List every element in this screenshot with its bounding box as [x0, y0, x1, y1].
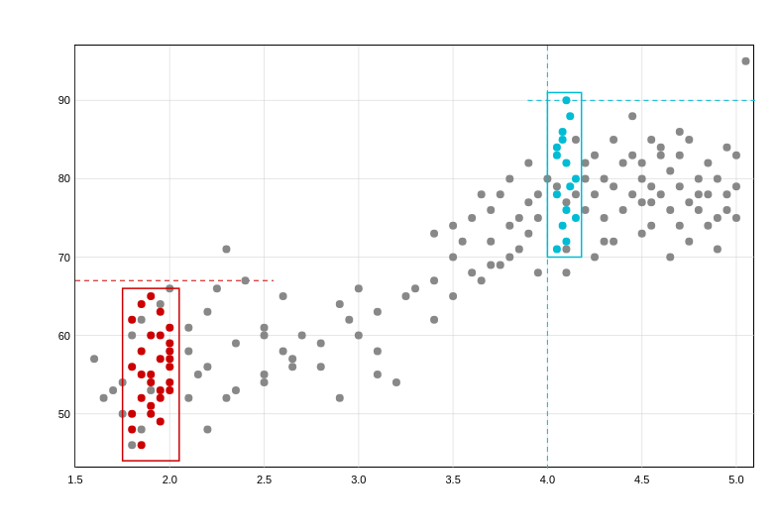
- svg-point-122: [647, 222, 655, 230]
- svg-point-199: [566, 112, 574, 120]
- svg-point-96: [638, 174, 646, 182]
- svg-point-178: [147, 378, 155, 386]
- svg-point-118: [732, 152, 740, 160]
- svg-text:4.5: 4.5: [634, 474, 649, 485]
- svg-point-94: [628, 112, 636, 120]
- chart-plot-area: 50607080901.52.02.53.03.54.04.55.0: [74, 45, 754, 468]
- svg-point-174: [157, 332, 165, 340]
- svg-point-107: [685, 198, 693, 206]
- svg-point-111: [704, 160, 712, 167]
- svg-point-71: [487, 238, 495, 246]
- svg-point-61: [392, 378, 400, 386]
- chart-container: 50607080901.52.02.53.03.54.04.55.0: [0, 0, 779, 532]
- svg-point-86: [591, 152, 599, 160]
- svg-point-81: [562, 198, 570, 206]
- svg-point-95: [628, 152, 636, 160]
- svg-point-173: [147, 402, 155, 410]
- svg-point-43: [222, 246, 230, 254]
- svg-point-160: [524, 198, 532, 206]
- svg-point-100: [647, 182, 655, 190]
- svg-point-45: [232, 386, 240, 394]
- svg-point-188: [166, 339, 173, 347]
- svg-point-66: [449, 292, 457, 300]
- svg-point-50: [279, 292, 287, 300]
- svg-point-56: [336, 394, 344, 402]
- svg-text:2.0: 2.0: [163, 474, 177, 485]
- svg-point-120: [732, 214, 740, 222]
- svg-point-40: [203, 425, 211, 433]
- svg-point-135: [288, 355, 296, 363]
- svg-point-129: [459, 238, 467, 246]
- svg-point-136: [261, 324, 269, 332]
- svg-point-39: [194, 371, 202, 378]
- svg-point-133: [345, 316, 353, 324]
- svg-point-60: [374, 371, 382, 378]
- svg-point-192: [166, 355, 173, 363]
- svg-point-64: [430, 276, 438, 284]
- svg-point-92: [619, 160, 627, 167]
- svg-point-155: [601, 238, 609, 246]
- svg-text:5.0: 5.0: [728, 474, 743, 485]
- svg-point-72: [487, 206, 495, 214]
- svg-point-205: [559, 128, 567, 136]
- svg-point-108: [685, 136, 693, 144]
- svg-point-132: [374, 308, 382, 316]
- svg-point-33: [128, 332, 136, 340]
- svg-point-102: [657, 190, 665, 198]
- svg-point-146: [647, 198, 655, 206]
- svg-point-78: [524, 160, 532, 167]
- svg-point-48: [261, 371, 269, 378]
- svg-point-91: [610, 182, 617, 190]
- svg-point-138: [203, 363, 211, 371]
- svg-point-109: [695, 174, 703, 182]
- svg-point-130: [430, 230, 438, 238]
- svg-point-172: [138, 347, 146, 355]
- svg-point-42: [213, 284, 221, 292]
- svg-point-34: [138, 425, 146, 433]
- svg-point-85: [582, 206, 590, 214]
- svg-point-183: [157, 418, 165, 426]
- svg-point-117: [732, 182, 740, 190]
- svg-point-76: [515, 214, 523, 222]
- svg-point-148: [666, 254, 674, 262]
- svg-point-165: [128, 363, 136, 371]
- svg-point-59: [374, 347, 382, 355]
- svg-point-93: [619, 206, 627, 214]
- svg-point-35: [147, 386, 155, 394]
- svg-point-105: [676, 152, 684, 160]
- svg-point-55: [336, 300, 344, 308]
- svg-point-151: [695, 190, 703, 198]
- svg-point-104: [666, 206, 674, 214]
- svg-point-201: [572, 174, 580, 182]
- svg-point-88: [601, 174, 609, 182]
- svg-point-131: [401, 292, 409, 300]
- svg-point-198: [559, 136, 567, 144]
- svg-point-177: [138, 371, 146, 378]
- svg-point-176: [128, 410, 136, 418]
- svg-point-189: [138, 300, 146, 308]
- svg-point-123: [610, 238, 617, 246]
- svg-point-200: [562, 206, 570, 214]
- svg-point-149: [676, 128, 684, 136]
- svg-point-163: [478, 190, 486, 198]
- svg-point-185: [138, 441, 146, 449]
- svg-point-124: [591, 254, 599, 262]
- svg-point-58: [355, 332, 363, 340]
- svg-point-62: [411, 284, 419, 292]
- svg-point-121: [676, 222, 684, 230]
- plot-svg: 50607080901.52.02.53.03.54.04.55.0: [75, 46, 753, 467]
- svg-point-119: [741, 57, 749, 65]
- svg-text:3.0: 3.0: [351, 474, 366, 485]
- svg-point-181: [128, 425, 136, 433]
- svg-point-168: [157, 386, 165, 394]
- svg-point-113: [714, 214, 722, 222]
- svg-point-126: [534, 268, 542, 276]
- svg-point-197: [562, 160, 570, 167]
- svg-point-75: [505, 254, 513, 262]
- svg-point-46: [242, 276, 250, 284]
- chart-title: [0, 0, 779, 17]
- svg-text:3.5: 3.5: [445, 474, 460, 485]
- svg-point-196: [553, 190, 561, 198]
- svg-point-70: [478, 276, 486, 284]
- svg-point-67: [449, 254, 457, 262]
